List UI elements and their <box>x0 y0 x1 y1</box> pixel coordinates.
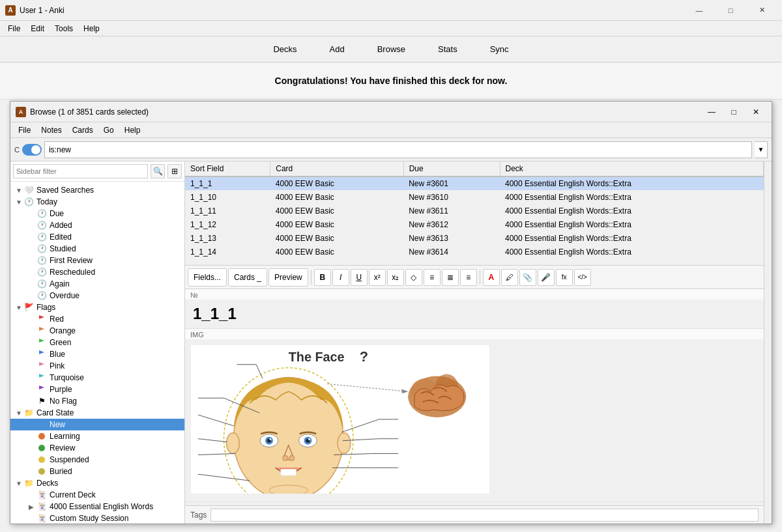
minimize-button[interactable]: — <box>684 0 714 21</box>
toolbar-decks[interactable]: Decks <box>267 42 303 57</box>
maximize-button[interactable]: □ <box>716 0 746 21</box>
title-bar: A User 1 - Anki — □ ✕ <box>0 0 782 21</box>
toolbar-stats[interactable]: Stats <box>431 42 464 57</box>
app-icon: A <box>5 5 16 16</box>
menu-tools[interactable]: Tools <box>50 23 78 35</box>
congratulations-text: Congratulations! You have finished this … <box>275 76 508 86</box>
congratulations-banner: Congratulations! You have finished this … <box>0 63 782 100</box>
menu-help[interactable]: Help <box>78 23 105 35</box>
menu-bar: File Edit Tools Help <box>0 21 782 36</box>
title-bar-controls: — □ ✕ <box>684 0 777 21</box>
menu-file[interactable]: File <box>3 23 25 35</box>
main-toolbar: Decks Add Browse Stats Sync <box>0 36 782 63</box>
menu-edit[interactable]: Edit <box>25 23 50 35</box>
toolbar-sync[interactable]: Sync <box>484 42 515 57</box>
toolbar-add[interactable]: Add <box>323 42 351 57</box>
title-bar-text: User 1 - Anki <box>20 6 684 15</box>
toolbar-browse[interactable]: Browse <box>371 42 412 57</box>
close-button[interactable]: ✕ <box>747 0 777 21</box>
